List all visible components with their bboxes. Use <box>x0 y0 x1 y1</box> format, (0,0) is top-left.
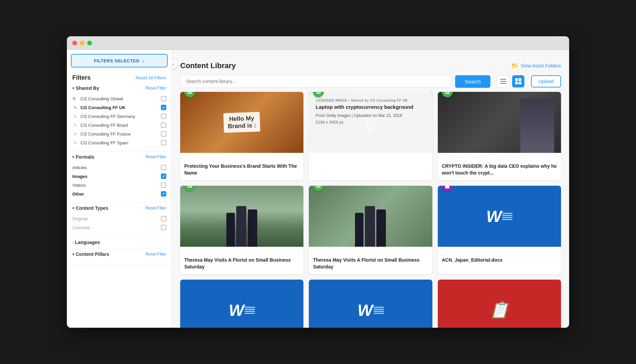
svg-rect-0 <box>500 79 506 80</box>
filter-item-cg-ff-uk-label: ↳ CG Consulting FF UK <box>72 105 126 110</box>
formats-reset-link[interactable]: Reset Filter <box>146 155 166 159</box>
shared-by-header[interactable]: ▾ Shared By Reset Filter <box>72 85 166 91</box>
view-asset-folders-button[interactable]: 📁 View Asset Folders <box>511 62 561 69</box>
word-doc-icon: W <box>486 207 512 226</box>
reset-all-filters-link[interactable]: Reset All Filters <box>136 75 166 80</box>
shared-by-reset-link[interactable]: Reset Filter <box>146 86 166 90</box>
card-acn-japan[interactable]: W 📄 ACN_Japan_Editoria <box>438 186 561 274</box>
card-theresa-may-2-title: Theresa May Visits A Florist on Small Bu… <box>313 257 428 270</box>
card-word-doc-3[interactable]: W <box>309 280 432 328</box>
formats-header[interactable]: ▾ Formats Reset Filter <box>72 154 166 160</box>
checkbox-licensed[interactable] <box>161 225 166 230</box>
minimize-button[interactable] <box>80 41 85 45</box>
window-body: FILTERS SELECTED ↓ Filters Reset All Fil… <box>67 50 569 328</box>
title-bar <box>67 36 569 50</box>
list-view-button[interactable] <box>497 75 509 87</box>
card-bitcoin-tag: LICENSED IMAGE • Shared by CG Consulting… <box>316 99 425 102</box>
checkbox-original[interactable] <box>161 216 166 221</box>
card-bitcoin-hover-dimensions: 5184 x 3456 px <box>316 120 425 125</box>
filter-item-licensed-label: Licensed <box>72 225 90 230</box>
content-types-title: ▾ Content Types <box>72 205 108 211</box>
filter-item-original: Original <box>72 214 166 223</box>
card-theresa-may-1-title: Theresa May Visits A Florist on Small Bu… <box>184 257 299 270</box>
collapse-sidebar-button[interactable]: ‹ <box>172 59 178 69</box>
filter-item-cg-ff-brazil-label: ↳ CG Consulting FF Brazil <box>72 123 128 128</box>
card-brand-title: Protecting Your Business's Brand Starts … <box>184 163 299 176</box>
card-theresa-may-2[interactable]: 🖼 Theresa May Visits A Florist on Small … <box>309 186 432 274</box>
filter-item-videos-label: Videos <box>72 183 86 188</box>
filter-item-images: Images <box>72 172 166 181</box>
shared-by-title: ▾ Shared By <box>72 85 99 91</box>
filter-item-licensed: Licensed <box>72 223 166 232</box>
filter-item-cg-ff-france: ↳ CG Consulting FF France <box>72 129 166 138</box>
checkbox-cg-ff-brazil[interactable] <box>161 122 166 128</box>
content-pillars-title: ▾ Content Pillars <box>72 251 109 257</box>
checkbox-images[interactable] <box>161 174 166 179</box>
card-theresa-may-1-image <box>180 186 303 247</box>
checkbox-videos[interactable] <box>161 182 166 188</box>
card-crypto-insider[interactable]: 🖼 CRYPTO INSIDER: A big data CEO explain… <box>438 92 561 180</box>
search-row: Search <box>180 75 561 88</box>
svg-rect-2 <box>500 83 506 84</box>
grid-view-button[interactable] <box>512 75 524 87</box>
filter-item-cg-global: ⊕ CG Consulting Global <box>72 94 166 103</box>
checkbox-cg-ff-france[interactable] <box>161 131 166 137</box>
content-pillars-header[interactable]: ▾ Content Pillars Reset Filter <box>72 251 166 257</box>
formats-chevron: ▾ <box>72 155 74 159</box>
globe-icon: ⊕ <box>72 96 78 101</box>
checkbox-articles[interactable] <box>161 165 166 170</box>
card-red-doc[interactable]: 📋 <box>438 280 561 328</box>
content-pillars-section: ▾ Content Pillars Reset Filter <box>67 249 172 265</box>
shared-by-chevron: ▾ <box>72 86 74 90</box>
filter-item-cg-ff-spain: ↳ CG Consulting FF Spain <box>72 138 166 147</box>
card-crypto-insider-image <box>438 92 561 153</box>
filter-item-cg-ff-france-label: ↳ CG Consulting FF France <box>72 132 131 137</box>
checkbox-cg-ff-uk[interactable] <box>161 105 166 110</box>
svg-rect-5 <box>515 82 518 84</box>
page-title: Content Library <box>180 61 236 70</box>
content-pillars-chevron: ▾ <box>72 252 74 257</box>
filter-item-cg-ff-spain-label: ↳ CG Consulting FF Spain <box>72 140 128 145</box>
main-content: ‹ Content Library 📁 View Asset Folders S… <box>172 50 569 328</box>
brand-image-content: Hello MyBrand is : <box>224 113 260 132</box>
word-doc-3-icon: W <box>357 301 384 320</box>
content-types-section: ▾ Content Types Reset Filter Original Li… <box>67 203 172 236</box>
search-input[interactable] <box>180 75 451 88</box>
shared-by-section: ▾ Shared By Reset Filter ⊕ CG Consulting… <box>67 83 172 151</box>
filter-item-cg-ff-germany: ↳ CG Consulting FF Germany <box>72 112 166 121</box>
card-theresa-may-1-body: Theresa May Visits A Florist on Small Bu… <box>180 247 303 274</box>
filter-item-articles-label: Articles <box>72 165 87 170</box>
search-button[interactable]: Search <box>455 75 490 88</box>
checkbox-cg-ff-germany[interactable] <box>161 114 166 119</box>
checkbox-other[interactable] <box>161 191 166 197</box>
main-header-top: Content Library 📁 View Asset Folders <box>180 61 561 70</box>
fullscreen-button[interactable] <box>87 41 92 45</box>
filter-item-other-label: Other <box>72 191 84 197</box>
card-brand[interactable]: Hello MyBrand is : 🖼 Protecting Your Bus… <box>180 92 303 180</box>
checkbox-cg-ff-spain[interactable] <box>161 140 166 145</box>
upload-button[interactable]: Upload <box>531 75 561 87</box>
card-crypto-insider-body: CRYPTO INSIDER: A big data CEO explains … <box>438 153 561 180</box>
filter-item-cg-ff-brazil: ↳ CG Consulting FF Brazil <box>72 121 166 129</box>
filter-item-cg-ff-germany-label: ↳ CG Consulting FF Germany <box>72 114 135 119</box>
close-button[interactable] <box>72 41 77 45</box>
mac-window: FILTERS SELECTED ↓ Filters Reset All Fil… <box>67 36 569 328</box>
card-acn-japan-image: W <box>438 186 561 247</box>
checkbox-cg-global[interactable] <box>161 96 166 101</box>
card-brand-body: Protecting Your Business's Brand Starts … <box>180 153 303 180</box>
sidebar: FILTERS SELECTED ↓ Filters Reset All Fil… <box>67 50 172 328</box>
card-bitcoin[interactable]: ₿ 🖼 LICENSED IMAGE • Shared by CG Consul… <box>309 92 432 180</box>
card-theresa-may-1[interactable]: 🖼 Theresa May Visits A Florist on Small … <box>180 186 303 274</box>
content-types-reset-link[interactable]: Reset Filter <box>146 206 166 210</box>
languages-section: › Languages <box>67 236 172 249</box>
content-pillars-reset-link[interactable]: Reset Filter <box>146 252 166 257</box>
filters-title-row: Filters Reset All Filters <box>67 72 172 83</box>
card-word-doc-2[interactable]: W <box>180 280 303 328</box>
card-acn-japan-title: ACN_Japan_Editorial.docx <box>442 257 557 264</box>
arrow-down-icon: ↓ <box>142 58 145 63</box>
filters-title: Filters <box>72 74 91 81</box>
content-types-header[interactable]: ▾ Content Types Reset Filter <box>72 205 166 211</box>
svg-rect-4 <box>519 78 521 81</box>
filters-selected-bar[interactable]: FILTERS SELECTED ↓ <box>71 54 168 67</box>
languages-header[interactable]: › Languages <box>72 240 166 245</box>
